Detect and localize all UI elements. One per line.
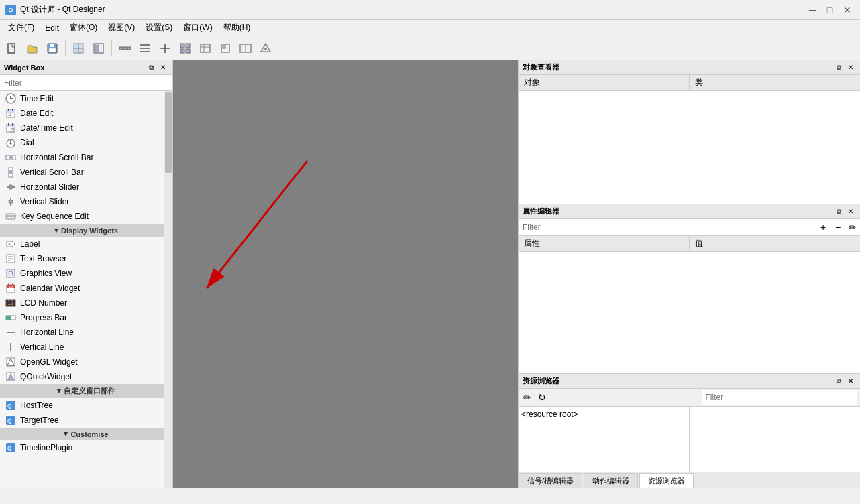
resource-edit-button[interactable]: ✏ (521, 391, 533, 403)
right-panels: 对象查看器 ⧉ ✕ 对象 类 属性编辑器 ⧉ ✕ (518, 60, 860, 488)
toolbar-widget-box[interactable] (69, 39, 88, 58)
list-item[interactable]: Q TimelinePlugin (0, 440, 172, 455)
tab-action-editor[interactable]: 动作编辑器 (584, 473, 638, 488)
resource-browser-close[interactable]: ✕ (845, 377, 856, 386)
toolbar-btn4[interactable] (136, 39, 154, 58)
opengl-widget-icon (5, 357, 16, 367)
list-item[interactable]: Key Sequence Edit (0, 209, 172, 224)
widget-box-float[interactable]: ⧉ (146, 63, 156, 72)
list-item[interactable]: QQuickWidget (0, 369, 172, 384)
horizontal-line-icon (5, 327, 16, 338)
toolbar-open[interactable] (23, 39, 42, 58)
resource-reload-button[interactable]: ↻ (536, 391, 548, 403)
property-editor-float[interactable]: ⧉ (833, 207, 844, 216)
widget-label: Vertical Line (20, 342, 64, 352)
bottom-tabs: 信号/槽编辑器 动作编辑器 资源浏览器 (519, 472, 860, 488)
object-inspector-header: 对象查看器 ⧉ ✕ (519, 60, 860, 75)
category-custom-widgets[interactable]: ▾ 自定义窗口部件 (0, 384, 172, 398)
minimize-button[interactable]: ─ (805, 3, 820, 17)
svg-rect-7 (78, 48, 83, 53)
list-item[interactable]: Vertical Line (0, 340, 172, 355)
menu-edit[interactable]: Edit (40, 22, 64, 34)
property-add-button[interactable]: + (816, 220, 830, 235)
category-customise[interactable]: ▾ Customise (0, 428, 172, 440)
svg-text:Q: Q (7, 418, 11, 424)
list-item[interactable]: Horizontal Line (0, 325, 172, 340)
calendar-widget-icon: 12 (5, 283, 16, 294)
app-icon: Q (5, 5, 16, 15)
property-editor-close[interactable]: ✕ (845, 207, 856, 216)
widget-label: QQuickWidget (20, 372, 72, 381)
resource-filter-input[interactable] (702, 390, 858, 405)
list-item[interactable]: Date/Time Edit (0, 121, 172, 135)
toolbar-btn7[interactable] (196, 39, 215, 58)
list-item[interactable]: Vertical Slider (0, 194, 172, 209)
toolbar-btn6[interactable] (176, 39, 195, 58)
hslider-icon (5, 182, 16, 192)
resource-browser-float[interactable]: ⧉ (833, 377, 844, 386)
widget-scrollbar[interactable] (164, 91, 172, 488)
property-filter-input[interactable] (519, 219, 816, 235)
list-item[interactable]: A Label (0, 237, 172, 251)
toolbar-btn8[interactable] (216, 39, 235, 58)
toolbar-save[interactable] (43, 39, 62, 58)
maximize-button[interactable]: □ (822, 3, 837, 17)
close-button[interactable]: ✕ (840, 3, 855, 17)
list-item[interactable]: Time Edit (0, 91, 172, 106)
property-editor-panel: 属性编辑器 ⧉ ✕ + − ✏ 属性 值 (519, 204, 860, 374)
canvas-area[interactable] (173, 60, 518, 488)
menu-help[interactable]: 帮助(H) (218, 21, 256, 35)
resource-tree: <resource root> (519, 407, 690, 472)
list-item[interactable]: Q HostTree (0, 398, 172, 413)
annotation-arrow (173, 60, 518, 488)
menu-file[interactable]: 文件(F) (3, 21, 40, 35)
widget-box-panel: Widget Box ⧉ ✕ Time Edit 12 Date Edit (0, 60, 173, 488)
list-item[interactable]: Text Browser (0, 251, 172, 266)
object-inspector-close[interactable]: ✕ (845, 63, 856, 72)
property-edit-button[interactable]: ✏ (845, 220, 860, 235)
object-inspector-panel: 对象查看器 ⧉ ✕ 对象 类 (519, 60, 860, 204)
list-item[interactable]: Dial (0, 135, 172, 150)
list-item[interactable]: 12 Calendar Widget (0, 281, 172, 296)
dial-icon (5, 137, 16, 148)
widget-label: Date Edit (20, 109, 53, 118)
svg-rect-59 (10, 215, 12, 217)
widget-label: Key Sequence Edit (20, 212, 89, 221)
menu-form[interactable]: 窗体(O) (64, 21, 103, 35)
svg-rect-58 (7, 215, 9, 217)
app-title: Qt 设计师 - Qt Designer (20, 4, 105, 15)
toolbar-btn9[interactable] (236, 39, 255, 58)
menu-view[interactable]: 视图(V) (103, 21, 140, 35)
list-item[interactable]: Horizontal Scroll Bar (0, 150, 172, 165)
menu-window[interactable]: 窗口(W) (178, 21, 217, 35)
qquick-widget-icon (5, 371, 16, 382)
category-display-widgets[interactable]: ▾ Display Widgets (0, 224, 172, 237)
list-item[interactable]: OpenGL Widget (0, 355, 172, 369)
toolbar-btn10[interactable] (256, 39, 275, 58)
widget-label: HostTree (20, 401, 53, 410)
list-item[interactable]: Graphics View (0, 266, 172, 281)
tab-signal-slot[interactable]: 信号/槽编辑器 (519, 473, 582, 488)
widget-label: TimelinePlugin (20, 443, 72, 452)
graphics-view-icon (5, 268, 16, 279)
menu-settings[interactable]: 设置(S) (140, 21, 178, 35)
list-item[interactable]: 12 LCD Number (0, 296, 172, 310)
toolbar-btn2[interactable] (89, 39, 108, 58)
toolbar-btn3[interactable] (115, 39, 134, 58)
list-item[interactable]: Vertical Scroll Bar (0, 165, 172, 180)
category-arrow: ▾ (54, 226, 58, 235)
widget-filter-input[interactable] (0, 75, 172, 91)
svg-rect-76 (6, 316, 11, 320)
list-item[interactable]: Progress Bar (0, 310, 172, 325)
resource-browser-panel: 资源浏览器 ⧉ ✕ ✏ ↻ <resource root> 信号/槽 (519, 374, 860, 488)
object-inspector-float[interactable]: ⧉ (833, 63, 844, 72)
toolbar-new[interactable] (3, 39, 21, 58)
list-item[interactable]: Q TargetTree (0, 413, 172, 428)
datetime-edit-icon (5, 123, 16, 133)
widget-box-close[interactable]: ✕ (158, 63, 168, 72)
toolbar-btn5[interactable] (156, 39, 174, 58)
list-item[interactable]: Horizontal Slider (0, 180, 172, 194)
list-item[interactable]: 12 Date Edit (0, 106, 172, 121)
property-remove-button[interactable]: − (830, 220, 845, 235)
tab-resource-browser[interactable]: 资源浏览器 (639, 473, 694, 488)
